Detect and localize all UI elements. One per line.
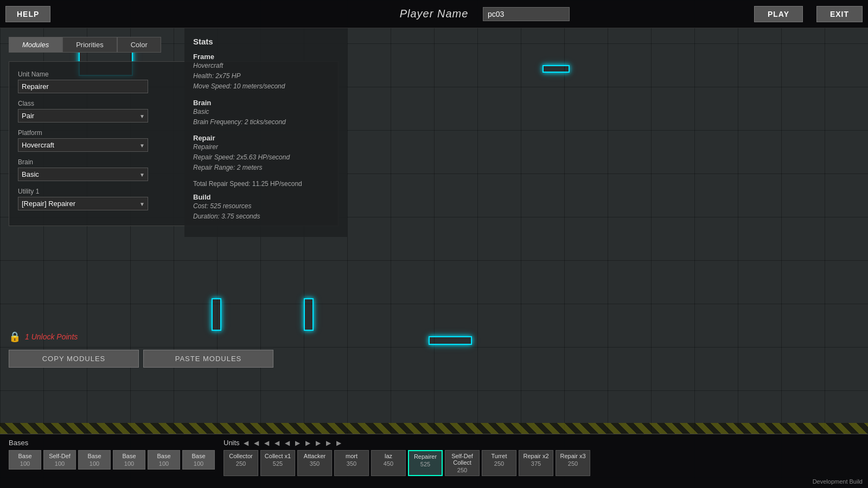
stat-frame-speed: Move Speed: 10 meters/second xyxy=(193,81,339,92)
bases-section: Bases Base 100 Self-Def 100 Base 100 Bas… xyxy=(9,439,215,470)
exit-button[interactable]: EXIT xyxy=(816,6,863,22)
paste-modules-button[interactable]: PASTE MODULES xyxy=(143,350,273,368)
bases-label: Bases xyxy=(9,439,215,447)
base-item-5[interactable]: Base 100 xyxy=(182,450,215,470)
dev-build-label: Development Build xyxy=(813,478,863,485)
unit-item-cost-4: 450 xyxy=(373,460,404,467)
stat-repair-sub: Repairer xyxy=(193,142,339,152)
brain-select[interactable]: Basic xyxy=(18,168,148,181)
units-prev-button[interactable]: ◀ xyxy=(242,439,250,447)
bottom-bar: Bases Base 100 Self-Def 100 Base 100 Bas… xyxy=(0,434,868,488)
stats-panel: Stats Frame Hovercraft Health: 2x75 HP M… xyxy=(184,28,347,237)
stat-repair-title: Repair xyxy=(193,134,339,142)
unit-item-3[interactable]: mort 350 xyxy=(334,450,369,476)
units-next5-button[interactable]: ▶ xyxy=(335,439,343,447)
stat-repair-section: Repair Repairer Repair Speed: 2x5.63 HP/… xyxy=(193,134,339,174)
tab-color[interactable]: Color xyxy=(117,37,161,53)
stat-build-duration: Duration: 3.75 seconds xyxy=(193,211,339,222)
stat-repair-speed: Repair Speed: 2x5.63 HP/second xyxy=(193,152,339,163)
unit-item-name-0: Collector xyxy=(225,453,257,459)
unit-item-cost-3: 350 xyxy=(336,460,367,467)
class-select[interactable]: Pair xyxy=(18,109,148,123)
help-button[interactable]: HELP xyxy=(5,6,50,22)
base-item-4[interactable]: Base 100 xyxy=(148,450,180,470)
base-item-cost-4: 100 xyxy=(149,460,178,467)
base-item-0[interactable]: Base 100 xyxy=(9,450,41,470)
unit-item-name-9: Repair x3 xyxy=(557,453,589,459)
units-prev5-button[interactable]: ◀ xyxy=(283,439,291,447)
stat-build-section: Build Cost: 525 resources Duration: 3.75… xyxy=(193,193,339,222)
unit-name-input[interactable] xyxy=(18,80,148,93)
platform-select-wrapper: Hovercraft xyxy=(18,138,148,152)
units-next4-button[interactable]: ▶ xyxy=(324,439,333,447)
tab-modules[interactable]: Modules xyxy=(9,37,62,53)
lock-icon: 🔒 xyxy=(9,331,21,343)
copy-modules-button[interactable]: COPY MODULES xyxy=(9,350,139,368)
cyan-highlight-5 xyxy=(542,65,570,73)
bases-items: Base 100 Self-Def 100 Base 100 Base 100 … xyxy=(9,450,215,470)
units-section: Units ◀ ◀ ◀ ◀ ◀ ▶ ▶ ▶ ▶ ▶ Collector 250 … xyxy=(224,439,859,476)
platform-select[interactable]: Hovercraft xyxy=(18,138,148,152)
unit-item-1[interactable]: Collect x1 525 xyxy=(260,450,295,476)
unit-item-0[interactable]: Collector 250 xyxy=(224,450,258,476)
stat-brain-sub: Basic xyxy=(193,107,339,117)
stat-brain-frequency: Brain Frequency: 2 ticks/second xyxy=(193,117,339,127)
utility1-select-wrapper: [Repair] Repairer xyxy=(18,197,148,210)
unit-item-cost-7: 250 xyxy=(483,460,515,467)
unlock-text: 1 Unlock Points xyxy=(25,332,78,341)
unit-item-9[interactable]: Repair x3 250 xyxy=(556,450,590,476)
unit-item-cost-9: 250 xyxy=(557,460,589,467)
base-item-cost-5: 100 xyxy=(184,460,213,467)
base-item-name-3: Base xyxy=(114,453,144,459)
unit-item-name-7: Turret xyxy=(483,453,515,459)
unit-item-5[interactable]: Repairer 525 xyxy=(408,450,443,476)
stat-total-repair: Total Repair Speed: 11.25 HP/second xyxy=(193,180,339,188)
stat-brain-section: Brain Basic Brain Frequency: 2 ticks/sec… xyxy=(193,99,339,127)
unit-item-7[interactable]: Turret 250 xyxy=(482,450,516,476)
bottom-buttons: COPY MODULES PASTE MODULES xyxy=(9,350,273,368)
unit-item-cost-8: 375 xyxy=(520,460,552,467)
base-item-name-0: Base xyxy=(10,453,40,459)
stat-frame-sub: Hovercraft xyxy=(193,61,339,71)
base-item-name-1: Self-Def xyxy=(45,453,74,459)
base-item-2[interactable]: Base 100 xyxy=(78,450,111,470)
unit-item-name-5: Repairer xyxy=(410,453,441,460)
unit-item-2[interactable]: Attacker 350 xyxy=(297,450,332,476)
unit-item-name-6: Self-Def Collect xyxy=(446,453,478,466)
brain-select-wrapper: Basic xyxy=(18,168,148,181)
warning-stripe xyxy=(0,423,868,434)
units-items: Collector 250 Collect x1 525 Attacker 35… xyxy=(224,450,859,476)
unit-item-4[interactable]: laz 450 xyxy=(371,450,406,476)
units-prev3-button[interactable]: ◀ xyxy=(263,439,271,447)
stat-build-title: Build xyxy=(193,193,339,201)
play-button[interactable]: PLAY xyxy=(754,6,803,22)
unlock-bar: 🔒 1 Unlock Points xyxy=(9,331,78,343)
units-next2-button[interactable]: ▶ xyxy=(304,439,312,447)
unit-item-8[interactable]: Repair x2 375 xyxy=(519,450,553,476)
units-prev2-button[interactable]: ◀ xyxy=(252,439,260,447)
base-item-name-4: Base xyxy=(149,453,178,459)
unit-item-6[interactable]: Self-Def Collect 250 xyxy=(445,450,480,476)
base-item-1[interactable]: Self-Def 100 xyxy=(43,450,76,470)
cyan-highlight-3 xyxy=(304,298,314,331)
units-next3-button[interactable]: ▶ xyxy=(314,439,322,447)
units-next-button[interactable]: ▶ xyxy=(293,439,302,447)
unit-item-cost-5: 525 xyxy=(410,461,441,467)
base-item-cost-2: 100 xyxy=(80,460,109,467)
stat-frame-title: Frame xyxy=(193,53,339,61)
stat-repair-range: Repair Range: 2 meters xyxy=(193,163,339,173)
unit-item-name-4: laz xyxy=(373,453,404,459)
player-name-input[interactable] xyxy=(483,7,570,21)
unit-item-name-3: mort xyxy=(336,453,367,459)
unit-item-name-8: Repair x2 xyxy=(520,453,552,459)
unit-item-name-2: Attacker xyxy=(299,453,330,459)
base-item-3[interactable]: Base 100 xyxy=(113,450,145,470)
tab-priorities[interactable]: Priorities xyxy=(62,37,117,53)
utility1-select[interactable]: [Repair] Repairer xyxy=(18,197,148,210)
base-item-cost-3: 100 xyxy=(114,460,144,467)
unit-item-cost-2: 350 xyxy=(299,460,330,467)
stat-frame-section: Frame Hovercraft Health: 2x75 HP Move Sp… xyxy=(193,53,339,92)
base-item-name-2: Base xyxy=(80,453,109,459)
units-prev4-button[interactable]: ◀ xyxy=(273,439,281,447)
unit-item-cost-6: 250 xyxy=(446,467,478,473)
